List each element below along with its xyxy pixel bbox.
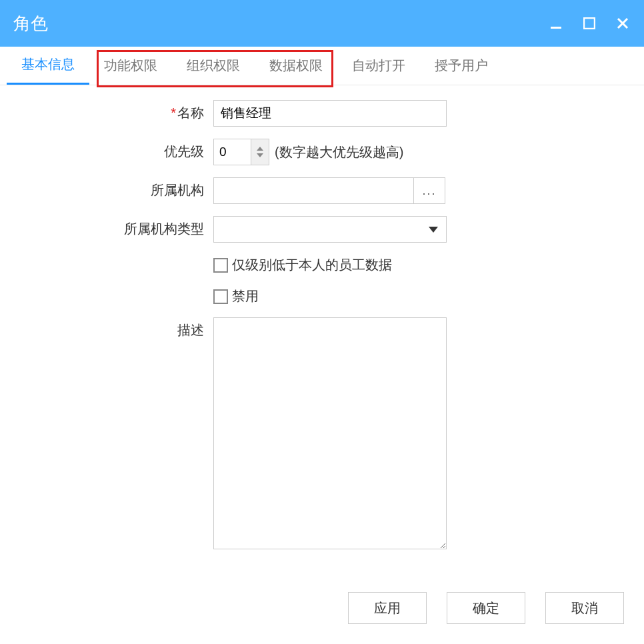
role-dialog: 角色 基本信息 功能权限 组织权限 数据权限 自动打开 授予用户 *名称 优先级 [0,0,644,644]
tab-grant-user[interactable]: 授予用户 [420,46,503,85]
org-label: 所属机构 [0,177,213,199]
close-button[interactable] [615,15,631,31]
priority-hint: (数字越大优先级越高) [275,143,403,161]
window-title: 角色 [13,12,48,35]
priority-label: 优先级 [0,139,213,161]
tab-org-permission[interactable]: 组织权限 [172,46,255,85]
svg-rect-1 [584,18,595,29]
titlebar: 角色 [0,0,644,47]
minimize-icon [550,17,562,29]
desc-label: 描述 [0,317,213,339]
maximize-icon [583,17,595,29]
org-browse-button[interactable]: ... [413,177,445,204]
org-type-label: 所属机构类型 [0,216,213,238]
minimize-button[interactable] [548,15,564,31]
cancel-button[interactable]: 取消 [545,592,624,624]
desc-textarea[interactable] [213,317,447,549]
button-bar: 应用 确定 取消 [0,580,644,644]
subordinate-only-checkbox[interactable] [213,258,228,273]
tab-auto-open[interactable]: 自动打开 [337,46,420,85]
disabled-checkbox[interactable] [213,289,228,304]
name-label: *名称 [0,100,213,122]
tab-basic-info[interactable]: 基本信息 [7,46,89,85]
maximize-button[interactable] [581,15,597,31]
disabled-label: 禁用 [232,287,259,305]
chevron-up-icon [257,147,263,151]
priority-input[interactable] [213,139,251,165]
apply-button[interactable]: 应用 [348,592,427,624]
subordinate-only-label: 仅级别低于本人的员工数据 [232,256,392,274]
form-area: *名称 优先级 (数字越大优先级越高) 所属机构 [0,85,644,580]
caret-down-icon [429,227,438,233]
name-input[interactable] [213,100,447,127]
svg-rect-0 [551,27,561,29]
ok-button[interactable]: 确定 [447,592,525,624]
chevron-down-icon [257,153,263,157]
ellipsis-icon: ... [422,184,436,198]
org-type-select[interactable] [213,216,447,243]
tab-data-permission[interactable]: 数据权限 [255,46,337,85]
org-input[interactable] [213,177,413,204]
tab-bar: 基本信息 功能权限 组织权限 数据权限 自动打开 授予用户 [0,47,644,85]
priority-stepper[interactable] [251,139,269,165]
close-icon [616,17,629,30]
tab-function-permission[interactable]: 功能权限 [89,46,172,85]
